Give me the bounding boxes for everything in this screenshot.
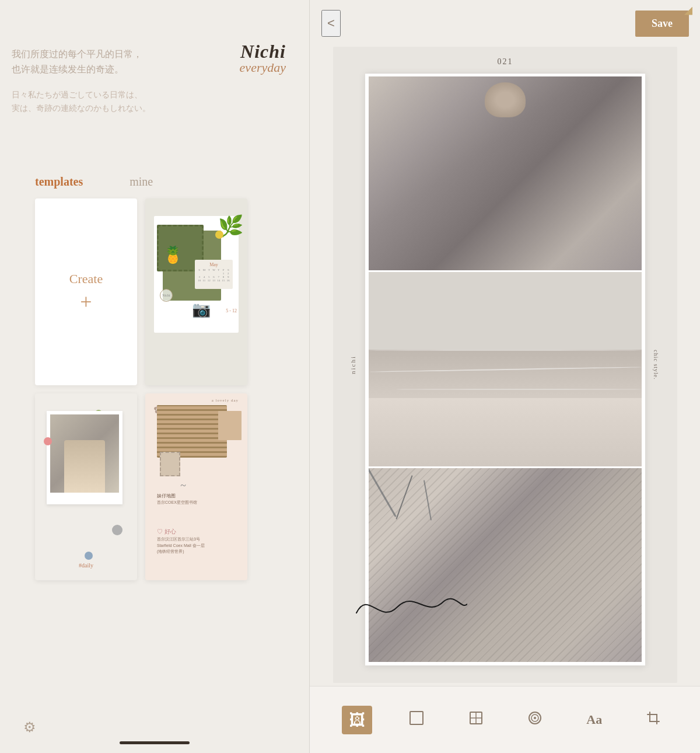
entry-number: 021: [498, 57, 513, 67]
toolbar-photo[interactable]: 🖼: [342, 706, 372, 734]
photo-slot-1[interactable]: [369, 76, 642, 270]
editor-canvas[interactable]: 021 nichi chic style.: [333, 47, 677, 683]
heart-icon: ♡ 好心: [157, 528, 176, 536]
bg-text-line3: 日々私たちが過ごしている日常は、: [12, 88, 150, 101]
crop-icon: [645, 710, 662, 730]
travel-top-text: a lovely day: [212, 398, 239, 403]
calendar-widget: May SMTWTFS 12 3456789 10111213141516: [195, 260, 233, 289]
building-photo: [157, 405, 227, 458]
tab-mine[interactable]: mine: [130, 175, 153, 189]
template-card-polaroid[interactable]: #daily: [35, 393, 137, 580]
app-logo: Nichi everyday: [240, 41, 286, 75]
create-plus-icon: +: [80, 291, 92, 312]
back-button[interactable]: <: [321, 10, 341, 37]
template-card-travel[interactable]: a lovely day ✿ ~ 妹仔地图 首尔COEX星空图书馆 ♡ 好心 首…: [145, 393, 247, 580]
app-name: Nichi: [240, 41, 286, 62]
template-card-nature[interactable]: 🌿 🍍 May SMTWTFS 12 3456789 1011121314151…: [145, 198, 247, 385]
grid-line-top: [365, 73, 645, 74]
bg-text-line1: 我们所度过的每个平凡的日常，: [12, 47, 150, 62]
pink-dot: [44, 437, 52, 445]
yellow-dot: [215, 231, 223, 239]
nichi-circle: Nichi: [160, 289, 173, 302]
side-label-right: chic style.: [653, 350, 660, 380]
building-texture: [157, 405, 227, 458]
travel-location: 妹仔地图: [157, 493, 176, 499]
background-text: 我们所度过的每个平凡的日常， 也许就是连续发生的奇迹。 日々私たちが過ごしている…: [12, 47, 150, 114]
app-subtitle: everyday: [240, 60, 286, 75]
tab-templates[interactable]: templates: [35, 175, 83, 189]
hair-shape: [485, 82, 526, 117]
person-silhouette: [64, 440, 105, 493]
tabs-row: templates mine: [35, 175, 153, 189]
left-panel: 我们所度过的每个平凡的日常， 也许就是连续发生的奇迹。 日々私たちが過ごしている…: [0, 0, 309, 753]
toolbar-crop[interactable]: [638, 705, 668, 735]
toolbar-sticker[interactable]: [461, 705, 491, 735]
photo-strip[interactable]: [365, 73, 645, 665]
sticker-icon: [468, 710, 484, 730]
photo-slot-2[interactable]: [369, 272, 642, 466]
curly-decoration: ~: [180, 480, 186, 492]
small-photo: [218, 411, 242, 440]
polaroid-frame: [47, 411, 123, 504]
bottom-home-indicator: [120, 741, 190, 744]
nature-date: 5 - 12: [226, 308, 237, 313]
pineapple-icon: 🍍: [163, 245, 183, 264]
toolbar-filter[interactable]: [520, 705, 550, 735]
beach-sky: [369, 272, 642, 350]
nichi-circle-text: Nichi: [162, 294, 170, 297]
travel-detail-text: 首尔汉江区首尔三站3号 Starfield Coex Mall 奋一层 (地铁经…: [157, 536, 239, 555]
save-btn-corner-decoration: [684, 7, 692, 15]
cards-area: Create + 🌿 🍍 May SMTWTFS 12 3456789 1011…: [35, 198, 280, 580]
bg-text-line4: 実は、奇跡の連続なのかもしれない。: [12, 102, 150, 114]
photo-icon: 🖼: [349, 710, 365, 730]
squiggle-decoration: [351, 578, 467, 625]
polaroid-image: [50, 414, 119, 493]
polaroid-label: #daily: [79, 562, 93, 569]
month-label: May: [197, 262, 230, 267]
toolbar-text[interactable]: Aa: [579, 707, 609, 732]
travel-subtitle: 首尔COEX星空图书馆: [157, 500, 239, 506]
save-button[interactable]: Save: [635, 11, 689, 37]
text-icon: Aa: [586, 712, 602, 727]
wave-line-3: [396, 389, 642, 390]
layout-icon: [408, 710, 425, 730]
create-card[interactable]: Create +: [35, 198, 137, 385]
right-header: < Save: [310, 0, 700, 47]
camera-icon: 📷: [192, 301, 211, 319]
toolbar-layout[interactable]: [401, 705, 432, 735]
gray-dot: [112, 525, 123, 535]
side-label-left: nichi: [349, 355, 356, 374]
save-label: Save: [652, 18, 673, 29]
bottom-toolbar: 🖼: [310, 686, 700, 753]
settings-icon[interactable]: ⚙: [23, 719, 36, 735]
sand-area: [369, 398, 642, 466]
blue-dot: [85, 552, 93, 560]
filter-icon: [527, 710, 543, 730]
create-label: Create: [69, 271, 103, 287]
palm-shadow-pattern: [369, 468, 642, 662]
bg-text-line2: 也许就是连续发生的奇迹。: [12, 62, 150, 77]
stamp-decoration: [160, 452, 180, 476]
svg-point-6: [534, 717, 536, 719]
photo-slot-3[interactable]: [369, 468, 642, 662]
right-panel: < Save 021 nichi chic style.: [310, 0, 700, 753]
svg-rect-0: [410, 712, 423, 724]
